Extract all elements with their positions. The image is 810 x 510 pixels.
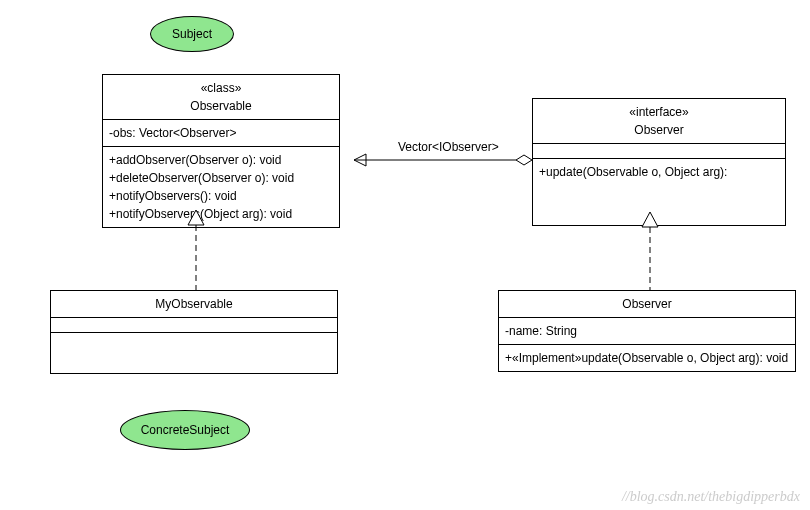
association-label: Vector<IObserver> [398,140,499,154]
observable-op-2: +notifyObservers(): void [109,187,333,205]
observer-interface-op-0: +update(Observable o, Object arg): [539,163,779,181]
myobservable-name: MyObservable [57,295,331,313]
observer-interface-name: Observer [539,121,779,139]
class-myobservable: MyObservable [50,290,338,374]
note-concrete-subject-label: ConcreteSubject [141,423,230,437]
observer-concrete-attr-0: -name: String [505,322,789,340]
class-observer-concrete: Observer -name: String +«Implement»updat… [498,290,796,372]
observer-concrete-op-0: +«Implement»update(Observable o, Object … [505,349,789,367]
observable-op-1: +deleteObserver(Observer o): void [109,169,333,187]
observable-op-3: +notifyObservers(Object arg): void [109,205,333,223]
svg-marker-1 [516,155,532,165]
note-subject-label: Subject [172,27,212,41]
observer-interface-stereotype: «interface» [539,103,779,121]
observable-stereotype: «class» [109,79,333,97]
observable-op-0: +addObserver(Observer o): void [109,151,333,169]
interface-observer: «interface» Observer +update(Observable … [532,98,786,226]
note-concrete-subject: ConcreteSubject [120,410,250,450]
observable-attr-0: -obs: Vector<Observer> [109,124,333,142]
note-subject: Subject [150,16,234,52]
class-observable: «class» Observable -obs: Vector<Observer… [102,74,340,228]
observer-concrete-name: Observer [505,295,789,313]
observable-name: Observable [109,97,333,115]
watermark: //blog.csdn.net/thebigdipperbdx [622,489,800,505]
